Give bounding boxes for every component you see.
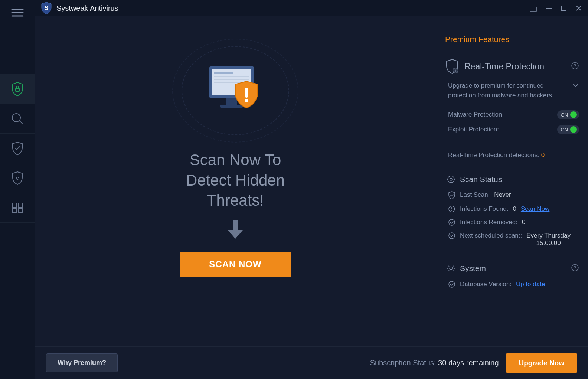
upgrade-now-button[interactable]: Upgrade Now xyxy=(506,353,577,373)
shield-check-icon xyxy=(11,141,24,156)
subscription-label: Subscription Status: xyxy=(370,359,436,367)
exploit-toggle-text: ON xyxy=(561,127,568,133)
infections-found-value: 0 xyxy=(513,205,516,213)
app-title: Systweak Antivirus xyxy=(56,4,118,13)
infections-removed-value: 0 xyxy=(522,219,525,226)
malware-protection-toggle[interactable]: ON xyxy=(557,110,579,119)
logo-shield-icon: S xyxy=(41,2,52,14)
content-area: Scan Now To Detect Hidden Threats! SCAN … xyxy=(35,16,588,346)
hero-headline: Scan Now To Detect Hidden Threats! xyxy=(186,150,285,211)
window-controls xyxy=(529,4,582,12)
svg-point-32 xyxy=(448,176,454,183)
svg-point-43 xyxy=(450,267,453,270)
svg-rect-26 xyxy=(245,88,248,98)
svg-point-46 xyxy=(449,281,455,287)
subscription-value: 30 days remaining xyxy=(438,359,499,367)
svg-point-42 xyxy=(449,233,455,239)
exploit-protection-label: Exploit Protection: xyxy=(448,126,499,133)
why-premium-button[interactable]: Why Premium? xyxy=(46,353,118,372)
db-version-link[interactable]: Up to date xyxy=(516,281,545,288)
titlebar: S Systweak Antivirus xyxy=(35,0,588,16)
menu-hamburger-button[interactable] xyxy=(0,3,35,22)
target-icon xyxy=(447,175,455,184)
chevron-down-icon xyxy=(572,83,579,88)
db-version-row: Database Version: Up to date xyxy=(445,278,579,291)
svg-text:?: ? xyxy=(574,265,576,270)
realtime-help-button[interactable]: ? xyxy=(571,62,579,71)
help-icon: ? xyxy=(571,62,579,70)
realtime-title: Real-Time Protection xyxy=(464,62,544,72)
svg-rect-9 xyxy=(13,209,17,213)
svg-rect-15 xyxy=(562,6,566,10)
toolbox-icon xyxy=(529,4,538,12)
app-logo: S Systweak Antivirus xyxy=(41,2,118,14)
next-scan-label: Next scheduled scan:: xyxy=(460,232,522,239)
next-scan-value: Every Thursday xyxy=(526,232,571,239)
check-circle-icon xyxy=(448,219,455,226)
shield-small-icon xyxy=(448,191,455,199)
toolbox-button[interactable] xyxy=(529,4,538,12)
realtime-description: Upgrade to premium for continued protect… xyxy=(448,81,569,100)
sidebar-item-protection[interactable] xyxy=(0,74,35,104)
sidebar-item-apps[interactable] xyxy=(0,193,35,223)
info-circle-icon xyxy=(448,205,455,213)
exploit-protection-row: Exploit Protection: ON xyxy=(445,122,579,137)
shield-e-icon: e xyxy=(11,171,24,185)
infections-found-label: Infections Found: xyxy=(460,205,508,213)
system-help-button[interactable]: ? xyxy=(571,264,579,273)
maximize-icon xyxy=(561,5,567,12)
maximize-button[interactable] xyxy=(561,5,567,12)
premium-features-header: Premium Features xyxy=(445,35,579,48)
next-scan-row: Next scheduled scan:: Every Thursday 15:… xyxy=(445,229,579,250)
scan-now-link[interactable]: Scan Now xyxy=(521,205,549,213)
last-scan-label: Last Scan: xyxy=(460,191,490,199)
infections-found-row: Infections Found: 0 Scan Now xyxy=(445,202,579,216)
sidebar-item-web[interactable]: e xyxy=(0,163,35,193)
shield-info-icon: i xyxy=(445,59,459,74)
main-area: S Systweak Antivirus xyxy=(35,0,588,379)
svg-rect-7 xyxy=(13,203,17,207)
svg-point-40 xyxy=(451,210,452,211)
hero-headline-l3: Threats! xyxy=(186,190,285,211)
help-icon: ? xyxy=(571,264,579,272)
shield-lock-icon xyxy=(11,82,24,97)
hamburger-icon xyxy=(11,8,24,17)
toggle-knob xyxy=(570,111,577,118)
close-button[interactable] xyxy=(575,5,582,12)
svg-point-27 xyxy=(245,99,248,102)
center-panel: Scan Now To Detect Hidden Threats! SCAN … xyxy=(35,16,436,346)
svg-rect-25 xyxy=(220,105,243,108)
subscription-status: Subscription Status: 30 days remaining xyxy=(370,359,499,367)
detections-row: Real-Time Protection detections: 0 xyxy=(445,149,579,161)
scan-status-header: Scan Status xyxy=(445,173,579,188)
svg-text:S: S xyxy=(45,5,49,11)
minimize-button[interactable] xyxy=(546,5,552,12)
svg-rect-24 xyxy=(226,98,237,105)
svg-rect-20 xyxy=(214,72,233,74)
realtime-expand-button[interactable] xyxy=(572,81,579,91)
system-title: System xyxy=(460,264,486,273)
svg-text:i: i xyxy=(455,69,456,73)
svg-text:e: e xyxy=(16,175,19,181)
close-icon xyxy=(575,5,582,12)
svg-text:?: ? xyxy=(574,63,576,68)
scan-status-title: Scan Status xyxy=(460,175,502,184)
sidebar-item-quarantine[interactable] xyxy=(0,134,35,163)
hero-headline-l2: Detect Hidden xyxy=(186,170,285,191)
last-scan-value: Never xyxy=(494,191,511,199)
infections-removed-row: Infections Removed: 0 xyxy=(445,216,579,229)
sidebar-item-scan[interactable] xyxy=(0,104,35,134)
sidebar: e xyxy=(0,0,35,379)
svg-rect-8 xyxy=(18,203,22,207)
svg-point-33 xyxy=(450,178,452,180)
toggle-knob xyxy=(570,126,577,133)
exploit-protection-toggle[interactable]: ON xyxy=(557,125,579,134)
app-root: e S Systweak Antivirus xyxy=(0,0,588,379)
search-icon xyxy=(11,112,24,125)
arrow-down-icon xyxy=(226,218,245,241)
grid-icon xyxy=(12,202,23,213)
svg-point-41 xyxy=(449,219,455,225)
system-header: System ? xyxy=(445,262,579,278)
detections-count: 0 xyxy=(541,151,545,159)
scan-now-button[interactable]: SCAN NOW xyxy=(180,252,291,277)
